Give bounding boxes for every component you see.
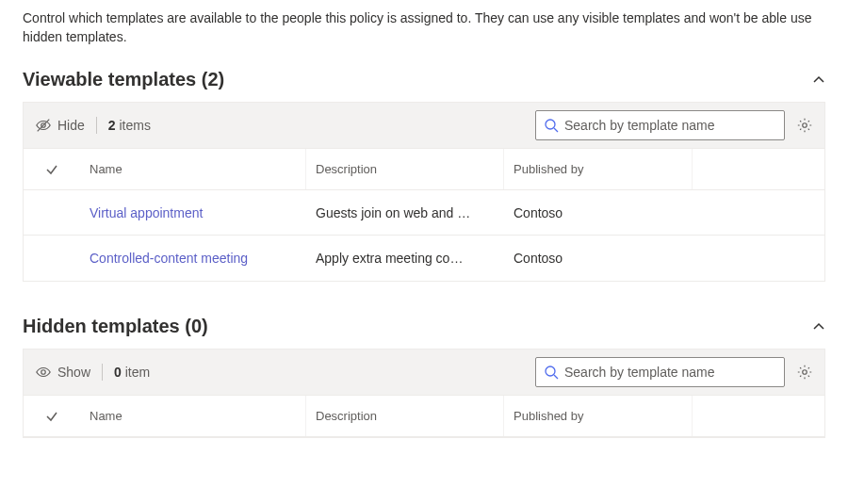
viewable-section: Viewable templates (2) Hide 2 items [23,69,825,282]
hidden-search-input[interactable] [564,365,776,380]
toolbar-divider [96,117,97,134]
show-icon [35,364,52,381]
hidden-section: Hidden templates (0) Show 0 item [23,316,825,438]
template-published-by: Contoso [504,251,693,266]
select-all-checkbox[interactable] [24,396,80,436]
svg-line-3 [554,128,558,132]
svg-line-7 [554,375,558,379]
col-spacer [693,396,824,436]
chevron-up-icon[interactable] [812,73,825,87]
table-row[interactable]: Controlled-content meeting Apply extra m… [24,236,824,281]
hide-icon [35,117,52,134]
hidden-table: Name Description Published by [23,396,825,438]
hidden-title: Hidden templates (0) [23,316,208,337]
viewable-search-input[interactable] [564,118,776,133]
col-name[interactable]: Name [80,396,306,436]
settings-button[interactable] [796,117,813,134]
viewable-header[interactable]: Viewable templates (2) [23,69,825,90]
svg-point-5 [41,370,46,375]
template-description: Guests join on web and … [306,205,504,220]
search-icon [544,365,559,380]
viewable-table-header: Name Description Published by [24,149,824,190]
svg-point-4 [803,123,807,128]
table-row[interactable]: Virtual appointment Guests join on web a… [24,190,824,236]
hide-button[interactable]: Hide [35,117,85,134]
template-published-by: Contoso [504,205,693,220]
viewable-item-count: 2 items [108,118,151,133]
svg-point-2 [546,120,555,129]
template-name-link[interactable]: Virtual appointment [80,205,306,220]
col-published-by[interactable]: Published by [504,149,693,189]
select-all-checkbox[interactable] [24,149,80,189]
viewable-search[interactable] [535,110,785,140]
chevron-up-icon[interactable] [812,320,825,333]
col-name[interactable]: Name [80,149,306,189]
template-name-link[interactable]: Controlled-content meeting [80,251,306,266]
hidden-search[interactable] [535,357,785,387]
col-description[interactable]: Description [306,149,504,189]
hide-label: Hide [57,118,85,133]
svg-point-6 [546,366,555,376]
viewable-toolbar: Hide 2 items [23,102,825,149]
toolbar-divider [102,364,103,381]
hidden-toolbar: Show 0 item [23,349,825,396]
hidden-header[interactable]: Hidden templates (0) [23,316,825,337]
settings-button[interactable] [796,364,813,381]
search-icon [544,118,559,133]
viewable-table: Name Description Published by Virtual ap… [23,149,825,282]
intro-text: Control which templates are available to… [23,9,824,46]
viewable-title: Viewable templates (2) [23,69,224,90]
svg-point-8 [803,370,807,375]
show-label: Show [57,365,90,380]
show-button[interactable]: Show [35,364,90,381]
col-description[interactable]: Description [306,396,504,436]
hidden-table-header: Name Description Published by [24,396,824,437]
hidden-item-count: 0 item [114,365,150,380]
template-description: Apply extra meeting co… [306,251,504,266]
col-spacer [693,149,824,189]
col-published-by[interactable]: Published by [504,396,693,436]
